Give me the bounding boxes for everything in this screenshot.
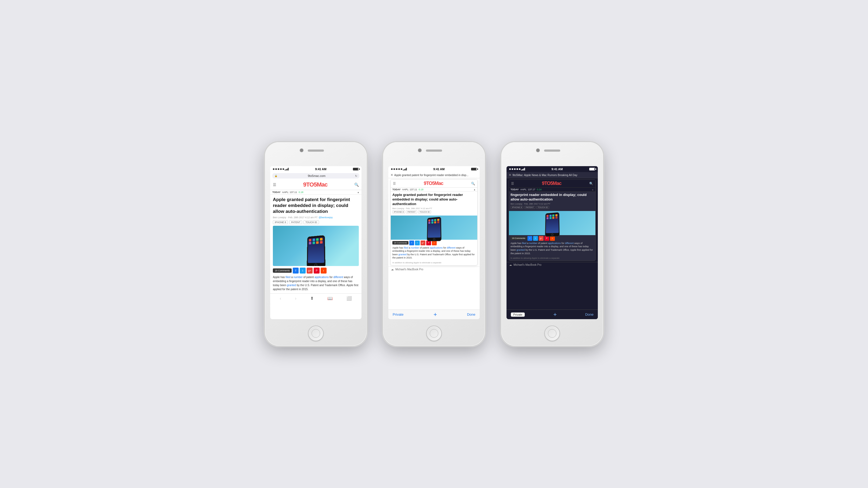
tab-close-2[interactable]: ✕ [391, 173, 393, 177]
card-tag-patent-2[interactable]: PATENT [406, 210, 417, 214]
tab-card-2[interactable]: ☰ 9TO5Mac 🔍 TODAY AAPL: 137.11 0.18 ▲ Ap… [391, 179, 477, 265]
phone-home-mini-3 [551, 233, 553, 236]
share-pinterest-1[interactable]: P [314, 268, 319, 273]
twitter-handle-1[interactable]: @benlovejoy [319, 216, 333, 219]
share-facebook-1[interactable]: f [293, 268, 299, 273]
article-image-1 [273, 226, 359, 266]
battery-fill-1 [353, 168, 358, 170]
wifi-bar-2-4 [406, 168, 407, 170]
card-share-fb-2[interactable]: f [409, 240, 414, 245]
app-icon-6 [312, 241, 315, 244]
share-bar-1: 18 Comments f t g+ P r [273, 268, 359, 273]
card-ticker-stock-3: AAPL: 137.17 [521, 188, 535, 191]
battery-icon-1 [353, 168, 359, 170]
card-share-fb-3[interactable]: f [527, 236, 532, 241]
icloud-bar-3: ☁ Michael's MacBook Pro [506, 262, 598, 267]
card-link-filed-2[interactable]: filed [404, 247, 408, 249]
share-twitter-1[interactable]: t [300, 268, 306, 273]
tag-touchid-1[interactable]: TOUCH ID [304, 220, 319, 224]
card-tag-iphone8-2[interactable]: IPHONE 8 [392, 210, 405, 214]
done-button-2[interactable]: Done [467, 313, 475, 317]
dot-4 [280, 168, 282, 170]
card-link-diff-2[interactable]: different [447, 247, 456, 249]
reload-icon-1[interactable]: ↻ [355, 174, 357, 177]
done-button-3[interactable]: Done [585, 313, 593, 317]
wifi-bar-3-4 [524, 168, 525, 170]
link-filed-1[interactable]: filed [285, 276, 290, 279]
article-content-1: Apple granted patent for fingerprint rea… [270, 195, 362, 293]
comment-count-1[interactable]: 18 Comments [273, 268, 292, 273]
bookmarks-button-1[interactable]: 📖 [328, 296, 333, 301]
tab-bar-2: ✕ Apple granted patent for fingerprint r… [389, 172, 479, 178]
tag-iphone8-1[interactable]: IPHONE 8 [273, 220, 288, 224]
card-image-3 [509, 211, 595, 235]
home-button-3[interactable] [545, 326, 560, 341]
forward-button-1[interactable]: › [295, 296, 296, 301]
share-button-1[interactable]: ⬆ [310, 296, 314, 301]
card-share-tw-3[interactable]: t [533, 236, 538, 241]
card-menu-icon-3[interactable]: ☰ [511, 182, 514, 186]
card-tag-iphone8-3[interactable]: IPHONE 8 [510, 206, 523, 209]
mini-icon-7 [434, 221, 436, 223]
card-link-granted-2[interactable]: granted [399, 253, 407, 256]
link-applications-1[interactable]: applications [314, 276, 329, 279]
menu-icon-1[interactable]: ☰ [273, 183, 276, 187]
card-ticker-today-3: TODAY [510, 188, 519, 191]
new-tab-button-3[interactable]: + [553, 311, 557, 318]
card-tag-touchid-2[interactable]: TOUCH ID [418, 210, 431, 214]
card-menu-icon-2[interactable]: ☰ [393, 182, 396, 186]
dot-5 [282, 168, 284, 170]
lock-icon-1: 🔒 [275, 174, 277, 177]
card-search-icon-2[interactable]: 🔍 [471, 182, 475, 186]
card-comment-count-3[interactable]: 19 Comments [510, 236, 527, 240]
card-search-icon-3[interactable]: 🔍 [589, 182, 593, 186]
link-granted-1[interactable]: granted [287, 284, 296, 287]
card-link-apps-2[interactable]: applications [430, 247, 443, 249]
card-tag-patent-3[interactable]: PATENT [524, 206, 535, 209]
search-icon-1[interactable]: 🔍 [354, 183, 359, 187]
card-ticker-stock-2: AAPL: 137.11 [402, 188, 417, 191]
speaker-3 [544, 150, 560, 152]
card-link-granted-3[interactable]: granted [517, 249, 525, 251]
link-number-1[interactable]: number [293, 276, 303, 279]
url-bar-1[interactable]: 🔒 9to5mac.com ↻ [272, 173, 359, 178]
card-link-number-3[interactable]: number [529, 242, 537, 245]
phone-render-3 [545, 212, 560, 236]
mini-dark-icon-5 [547, 217, 549, 219]
screen-1: 9:41 AM 🔒 9to5mac.com ↻ ☰ 9TO5Mac 🔍 [270, 166, 362, 319]
app-icons-grid-1 [308, 237, 324, 245]
back-button-1[interactable]: ‹ [280, 296, 281, 301]
dot-3-4 [517, 168, 518, 170]
card-comment-count-2[interactable]: 18 Comments [392, 241, 408, 245]
article-title-1: Apple granted patent for fingerprint rea… [273, 197, 359, 215]
card-link-filed-3[interactable]: filed [522, 242, 527, 245]
card-share-tw-2[interactable]: t [415, 240, 420, 245]
share-reddit-1[interactable]: r [321, 268, 327, 273]
share-google-1[interactable]: g+ [307, 268, 313, 273]
wifi-bar-3-1 [521, 170, 522, 170]
card-ticker-chevron-3: ▲ [592, 189, 594, 191]
home-button-1[interactable] [308, 326, 323, 341]
tag-patent-1[interactable]: PATENT [289, 220, 302, 224]
card-link-number-2[interactable]: number [411, 247, 419, 249]
card-link-apps-3[interactable]: applications [548, 242, 561, 245]
dot-2-2 [394, 168, 395, 170]
tabs-button-1[interactable]: ⬜ [346, 296, 352, 301]
card-article-title-2: Apple granted patent for fingerprint rea… [392, 193, 476, 206]
mini-icon-6 [431, 222, 433, 224]
card-share-g-3[interactable]: g+ [539, 236, 544, 241]
tab-close-3[interactable]: ✕ [509, 173, 512, 177]
mini-dark-icon-7 [552, 217, 554, 219]
home-button-2[interactable] [426, 326, 442, 341]
private-button-3[interactable]: Private [511, 313, 525, 317]
front-camera-3 [536, 149, 540, 152]
card-link-diff-3[interactable]: different [565, 242, 574, 245]
wifi-bar-3-3 [523, 169, 524, 170]
tab-card-3[interactable]: ☰ 9TO5Mac 🔍 TODAY AAPL: 137.17 0.24 ▲ fi… [509, 179, 596, 261]
article-body-1: Apple has filed a number of patent appli… [273, 275, 359, 291]
new-tab-button-2[interactable]: + [433, 311, 437, 318]
link-different-1[interactable]: different [333, 276, 343, 279]
card-share-g-2[interactable]: g+ [421, 240, 425, 245]
private-button-2[interactable]: Private [393, 313, 403, 317]
card-tag-touchid-3[interactable]: TOUCH ID [536, 206, 550, 209]
